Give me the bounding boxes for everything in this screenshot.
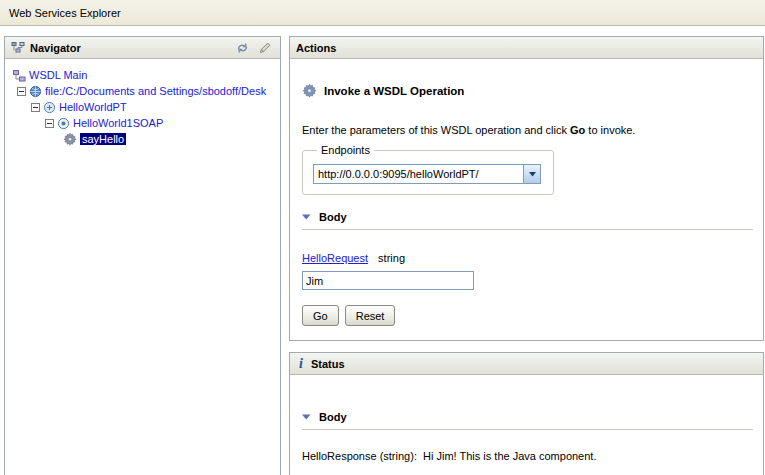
tree-item-label[interactable]: HelloWorldPT <box>59 101 127 113</box>
button-row: Go Reset <box>302 305 753 326</box>
operation-gear-icon <box>63 132 77 146</box>
body-section-header: Body <box>302 211 753 223</box>
endpoint-selected-value: http://0.0.0.0:9095/helloWorldPT/ <box>314 165 523 183</box>
window-title: Web Services Explorer <box>9 7 121 19</box>
actions-header: Actions <box>290 37 763 59</box>
tree-expander[interactable] <box>17 87 26 96</box>
instructions-suffix: to invoke. <box>585 124 635 136</box>
wsdl-main-icon <box>13 69 26 82</box>
status-body-section-header: Body <box>302 411 753 423</box>
tree-item-binding[interactable]: HelloWorld1SOAP <box>5 115 280 131</box>
status-title: Status <box>311 358 345 370</box>
param-input[interactable] <box>302 271 474 290</box>
synchronize-icon[interactable] <box>233 39 251 57</box>
endpoints-fieldset: Endpoints http://0.0.0.0:9095/helloWorld… <box>302 144 554 195</box>
invoke-operation-title: Invoke a WSDL Operation <box>324 85 464 97</box>
hello-request-link[interactable]: HelloRequest <box>302 252 368 264</box>
endpoint-dropdown-button[interactable] <box>523 165 540 183</box>
navigator-header: Navigator <box>5 37 280 59</box>
navigator-title: Navigator <box>30 42 81 54</box>
tree-item-wsdl-main[interactable]: WSDL Main <box>5 67 280 83</box>
edit-icon[interactable] <box>256 39 274 57</box>
go-button[interactable]: Go <box>302 305 339 326</box>
response-text: HelloResponse (string): Hi Jim! This is … <box>302 450 753 462</box>
invoke-operation-heading: Invoke a WSDL Operation <box>302 83 753 98</box>
status-panel: i Status Body HelloResponse (string): Hi… <box>289 352 764 475</box>
section-divider <box>302 229 753 230</box>
instructions-text: Enter the parameters of this WSDL operat… <box>302 124 753 136</box>
tree-item-wsdl-file[interactable]: file:/C:/Documents and Settings/sbodoff/… <box>5 83 280 99</box>
section-divider <box>302 429 753 430</box>
actions-panel: Actions Invoke a WSDL Operation Enter th… <box>289 36 764 341</box>
navigator-icon <box>11 41 25 54</box>
instructions-prefix: Enter the parameters of this WSDL operat… <box>302 124 570 136</box>
collapse-toggle-icon[interactable] <box>302 214 311 220</box>
tree-item-label[interactable]: WSDL Main <box>29 69 87 81</box>
endpoints-legend: Endpoints <box>317 144 374 156</box>
navigator-panel: Navigator WSDL Main file:/C:/Documents a… <box>4 36 281 475</box>
info-icon: i <box>296 357 306 371</box>
status-body-section-title: Body <box>319 411 347 423</box>
reset-button[interactable]: Reset <box>345 305 396 326</box>
tree-item-porttype[interactable]: HelloWorldPT <box>5 99 280 115</box>
status-header: i Status <box>290 353 763 375</box>
collapse-toggle-icon[interactable] <box>302 414 311 420</box>
body-section-title: Body <box>319 211 347 223</box>
binding-icon <box>57 117 70 130</box>
actions-title: Actions <box>296 42 336 54</box>
tree-item-label[interactable]: HelloWorld1SOAP <box>73 117 163 129</box>
param-row: HelloRequest string <box>302 252 753 264</box>
tree-expander[interactable] <box>31 103 40 112</box>
wsdl-tree: WSDL Main file:/C:/Documents and Setting… <box>5 59 280 147</box>
status-content: Body HelloResponse (string): Hi Jim! Thi… <box>290 411 763 462</box>
tree-expander[interactable] <box>45 119 54 128</box>
endpoint-select[interactable]: http://0.0.0.0:9095/helloWorldPT/ <box>313 164 541 184</box>
tree-item-label[interactable]: file:/C:/Documents and Settings/sbodoff/… <box>45 85 266 97</box>
chevron-down-icon <box>529 172 536 177</box>
tree-item-operation[interactable]: sayHello <box>5 131 280 147</box>
wsdl-file-icon <box>29 85 42 98</box>
actions-content: Invoke a WSDL Operation Enter the parame… <box>290 83 763 326</box>
param-input-row <box>302 264 753 290</box>
port-type-icon <box>43 101 56 114</box>
invoke-gear-icon <box>302 83 317 98</box>
param-type-label: string <box>378 252 405 264</box>
tree-item-label-selected[interactable]: sayHello <box>80 133 126 145</box>
instructions-go-emphasis: Go <box>570 124 585 136</box>
window-titlebar: Web Services Explorer <box>0 0 765 26</box>
